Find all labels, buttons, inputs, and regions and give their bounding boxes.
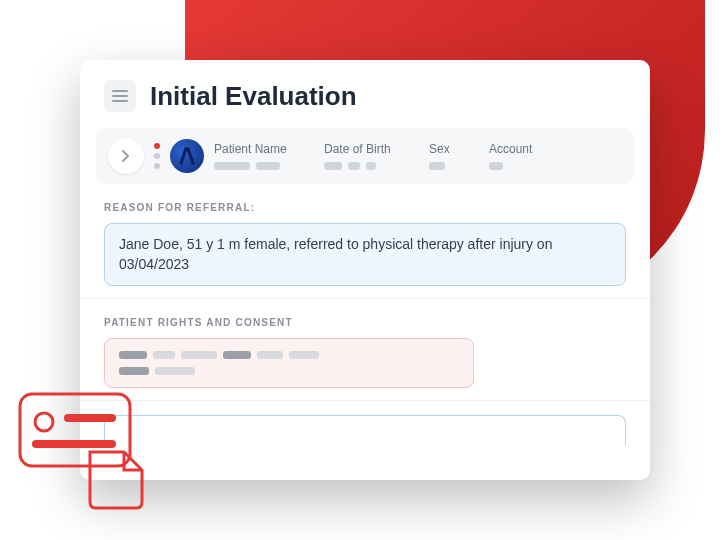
field-dob: Date of Birth: [324, 142, 419, 170]
field-patient-name: Patient Name: [214, 142, 314, 170]
svg-rect-3: [32, 440, 116, 448]
card-header: Initial Evaluation: [80, 60, 650, 128]
referral-text-field[interactable]: Jane Doe, 51 y 1 m female, referred to p…: [104, 223, 626, 286]
id-card-icon: [18, 392, 148, 512]
status-dot: [154, 153, 160, 159]
status-dot-active: [154, 143, 160, 149]
hamburger-icon: [112, 90, 128, 102]
section-heading: REASON FOR REFERRAL:: [104, 202, 626, 213]
svg-point-1: [35, 413, 53, 431]
field-label: Sex: [429, 142, 479, 156]
patient-avatar[interactable]: [170, 139, 204, 173]
field-sex: Sex: [429, 142, 479, 170]
page-title: Initial Evaluation: [150, 81, 357, 112]
chevron-right-icon: [121, 149, 131, 163]
section-referral: REASON FOR REFERRAL: Jane Doe, 51 y 1 m …: [80, 184, 650, 299]
expand-button[interactable]: [108, 138, 144, 174]
next-section-preview: [104, 415, 626, 445]
field-label: Account: [489, 142, 549, 156]
status-indicator: [154, 143, 160, 169]
section-heading: PATIENT RIGHTS AND CONSENT: [104, 317, 626, 328]
patient-summary-bar: Patient Name Date of Birth Sex Account: [96, 128, 634, 184]
menu-button[interactable]: [104, 80, 136, 112]
field-label: Date of Birth: [324, 142, 419, 156]
section-consent: PATIENT RIGHTS AND CONSENT: [80, 299, 650, 401]
consent-box[interactable]: [104, 338, 474, 388]
field-account: Account: [489, 142, 549, 170]
svg-rect-2: [64, 414, 116, 422]
evaluation-card: Initial Evaluation Patient Name Date of …: [80, 60, 650, 480]
svg-rect-0: [20, 394, 130, 466]
status-dot: [154, 163, 160, 169]
field-label: Patient Name: [214, 142, 314, 156]
